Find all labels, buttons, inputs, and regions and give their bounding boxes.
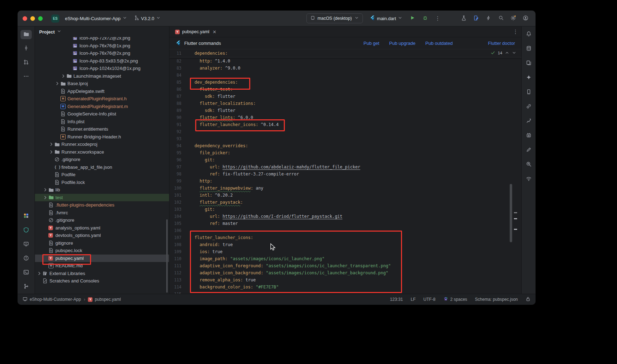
- more-tool-button[interactable]: [20, 72, 32, 82]
- tree-item-info-plist[interactable]: Info.plist: [35, 118, 169, 126]
- pages-tool-button[interactable]: [523, 59, 534, 68]
- chevron-right-icon[interactable]: [36, 271, 42, 276]
- tree-item-test[interactable]: test: [35, 194, 169, 202]
- prev-problem-icon[interactable]: [505, 50, 509, 56]
- code-line[interactable]: 93: [169, 135, 521, 142]
- tree-item-googleservice-info-plist[interactable]: GoogleService-Info.plist: [35, 110, 169, 118]
- code-line[interactable]: 101 intl: ^0.20.2: [169, 192, 521, 199]
- project-panel-header[interactable]: Project: [35, 26, 169, 37]
- device-preview-tool-button[interactable]: [20, 240, 32, 249]
- problems-tool-button[interactable]: [20, 254, 32, 263]
- tree-item-lib[interactable]: lib: [35, 186, 169, 194]
- tree-item-podfile[interactable]: Podfile: [35, 171, 169, 179]
- code-line-sticky[interactable]: 11dependencies:: [169, 50, 228, 57]
- tree-item-podfile-lock[interactable]: Podfile.lock: [35, 179, 169, 186]
- code-line[interactable]: 97 url: https://github.com/abdelaziz-mah…: [169, 163, 521, 171]
- tree-item-external-libraries[interactable]: External Libraries: [35, 270, 169, 278]
- project-folder-tool-button[interactable]: [20, 30, 32, 39]
- tree-item--flutter-plugins-dependencies[interactable]: .flutter-plugins-dependencies: [35, 201, 169, 209]
- lab-tools-button[interactable]: [459, 14, 469, 23]
- tree-item-runner-xcodeproj[interactable]: Runner.xcodeproj: [35, 141, 169, 148]
- breadcrumb[interactable]: eShop-Multi-Customer-App › Y pubspec.yam…: [23, 297, 121, 303]
- notifications-tool-button[interactable]: [523, 30, 534, 39]
- debug-button[interactable]: [420, 14, 430, 23]
- commit-tool-button[interactable]: [20, 44, 32, 53]
- tree-item-readme-md[interactable]: MREADME.md: [35, 262, 169, 270]
- code-line[interactable]: 84: [169, 72, 521, 79]
- code-line[interactable]: 106: [169, 227, 521, 234]
- code-line[interactable]: 92: [169, 128, 521, 135]
- code-editor[interactable]: 11dependencies: 82 http: ^1.4.083 analyz…: [169, 49, 521, 294]
- code-line[interactable]: 86 flutter_test:: [169, 86, 521, 93]
- code-line[interactable]: 100 flutter_inappwebview: any: [169, 185, 521, 192]
- insights-tool-button[interactable]: [523, 117, 534, 126]
- code-line[interactable]: 94dependency_overrides:: [169, 142, 521, 149]
- tree-item-base-lproj[interactable]: Base.lproj: [35, 80, 169, 88]
- banner-link-flutter-doctor[interactable]: Flutter doctor: [488, 41, 515, 46]
- code-line[interactable]: 112 adaptive_icon_background: "assets/im…: [169, 269, 521, 276]
- tree-item-runner-xcworkspace[interactable]: Runner.xcworkspace: [35, 148, 169, 156]
- lock-icon[interactable]: [526, 297, 531, 303]
- running-devices-tool-button[interactable]: [523, 88, 534, 97]
- chevron-right-icon[interactable]: [54, 81, 60, 86]
- line-separator[interactable]: LF: [411, 297, 416, 302]
- device-manager-tool-button[interactable]: [523, 44, 534, 54]
- project-name-dropdown[interactable]: eShop-Multi-Customer-App: [63, 14, 129, 22]
- tree-item-firebase-app-id-file-json[interactable]: { }firebase_app_id_file.json: [35, 163, 169, 171]
- code-line[interactable]: 87 sdk: flutter: [169, 93, 521, 100]
- indent-widget[interactable]: 2 spaces: [443, 297, 467, 303]
- tab-pubspec-yaml[interactable]: Y pubspec.yaml ✕: [169, 26, 221, 37]
- logcat-tool-button[interactable]: [523, 131, 534, 141]
- code-line[interactable]: 82 http: ^1.4.0: [169, 58, 521, 65]
- code-line[interactable]: 99 http:: [169, 178, 521, 185]
- code-line[interactable]: 88 flutter_localizations:: [169, 100, 521, 107]
- editor-scrollbar[interactable]: [510, 184, 512, 242]
- minimize-window-button[interactable]: [30, 16, 35, 21]
- run-configuration-dropdown[interactable]: main.dart: [368, 14, 405, 23]
- code-line[interactable]: 90 flutter_lints: ^6.0.0: [169, 114, 521, 121]
- code-line[interactable]: 110 image_path: "assets/images/icons/ic_…: [169, 255, 521, 262]
- profile-button[interactable]: [521, 14, 531, 23]
- gemini-tool-button[interactable]: [523, 73, 534, 83]
- tree-item-runner-entitlements[interactable]: Runner.entitlements: [35, 125, 169, 133]
- tree-item-icon-app-1024x1024-1x-png[interactable]: Icon-App-1024x1024@1x.png: [35, 65, 169, 72]
- code-line[interactable]: 111 adaptive_icon_foreground: "assets/im…: [169, 262, 521, 269]
- code-line[interactable]: 89 sdk: flutter: [169, 107, 521, 114]
- code-line[interactable]: 85dev_dependencies:: [169, 79, 521, 86]
- caret-position[interactable]: 123:31: [390, 297, 403, 302]
- editor-options-kebab-icon[interactable]: ⋮: [513, 29, 519, 35]
- chevron-right-icon[interactable]: [60, 73, 66, 79]
- resource-manager-tool-button[interactable]: [20, 212, 32, 221]
- banner-link-pub-upgrade[interactable]: Pub upgrade: [389, 41, 415, 46]
- tree-item-icon-app-76x76-2x-png[interactable]: Icon-App-76x76@2x.png: [35, 49, 169, 57]
- code-line[interactable]: 95 file_picker:: [169, 149, 521, 156]
- next-problem-icon[interactable]: [512, 50, 516, 56]
- code-line[interactable]: 107flutter_launcher_icons:: [169, 234, 521, 241]
- inspections-widget[interactable]: 14: [491, 50, 516, 56]
- code-line[interactable]: 114 background_color_ios: "#FE7E7B": [169, 284, 521, 291]
- tree-item--gitignore[interactable]: .gitignore: [35, 156, 169, 163]
- code-line[interactable]: 103 git:: [169, 206, 521, 213]
- tree-item-generatedpluginregistrant-m[interactable]: MGeneratedPluginRegistrant.m: [35, 103, 169, 111]
- more-actions-button[interactable]: ⋮: [433, 14, 443, 23]
- tree-item-runner-bridging-header-h[interactable]: HRunner-Bridging-Header.h: [35, 133, 169, 141]
- device-selector[interactable]: macOS (desktop): [306, 13, 363, 23]
- code-line[interactable]: 109 ios: true: [169, 248, 521, 255]
- search-button[interactable]: [496, 14, 506, 23]
- project-scrollbar[interactable]: [166, 219, 168, 293]
- chevron-right-icon[interactable]: [48, 142, 54, 147]
- tree-item-devtools-options-yaml[interactable]: Ydevtools_options.yaml: [35, 232, 169, 239]
- chevron-right-icon[interactable]: [42, 187, 48, 192]
- chevron-right-icon[interactable]: [48, 149, 54, 155]
- tree-item--gitignore[interactable]: .gitignore: [35, 216, 169, 224]
- bolt-button[interactable]: [484, 14, 493, 23]
- breadcrumb-file[interactable]: pubspec.yaml: [95, 297, 121, 302]
- wifi-tool-button[interactable]: [523, 175, 534, 184]
- tree-item-generatedpluginregistrant-h[interactable]: HGeneratedPluginRegistrant.h: [35, 95, 169, 103]
- tree-item-icon-app-76x76-1x-png[interactable]: Icon-App-76x76@1x.png: [35, 42, 169, 50]
- code-line[interactable]: 96 git:: [169, 156, 521, 163]
- tree-item-launchimage-imageset[interactable]: LaunchImage.imageset: [35, 72, 169, 80]
- deep-links-tool-button[interactable]: [523, 102, 534, 112]
- schema-widget[interactable]: Schema: pubspec.json: [475, 297, 518, 302]
- profiler-tool-button[interactable]: [523, 160, 534, 169]
